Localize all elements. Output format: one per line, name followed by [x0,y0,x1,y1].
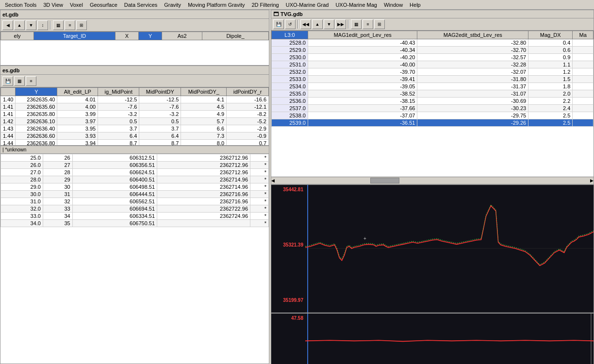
menu-help[interactable]: Help [407,1,424,9]
table-row[interactable]: 2537.0-37.66-30.232.4 [272,105,594,112]
col-idx[interactable] [1,88,16,96]
toolbar-btn-2[interactable]: ▲ [14,20,25,30]
list-item[interactable]: 29.030606498.512362714.96* [1,183,269,191]
table-row[interactable]: 2532.0-39.70-32.071.2 [272,68,594,76]
col-y2[interactable]: Y [16,88,57,96]
col-x[interactable]: X [115,32,138,40]
list-item[interactable]: 27.028606624.512362712.96* [1,169,269,176]
col-dx[interactable]: Mag_DX [528,31,573,39]
scrollbar-thumb[interactable] [370,178,399,183]
right-btn-1[interactable]: 💾 [273,19,284,29]
table-row[interactable]: 1.412362635.604.00-7.6-7.64.5-12.1 [1,103,269,111]
toolbar-btn-3[interactable]: ▼ [26,20,36,30]
right-scroll-icon[interactable]: ▶ [590,178,594,183]
left-top-table-container[interactable]: ely Target_ID X Y As2 Dipole_ [0,32,269,65]
list-item[interactable]: 33.034606334.512362724.96* [1,213,269,220]
col-target-id[interactable]: Target_ID [34,32,116,40]
table-row[interactable]: 2530.0-40.20-32.570.9 [272,54,594,61]
up-icon: ▲ [17,23,22,28]
menu-gravity[interactable]: Gravity [161,1,184,9]
cursor-position: + [363,236,366,241]
table-row[interactable]: 2533.0-39.41-31.801.5 [272,76,594,83]
table-row[interactable]: 2529.0-40.34-32.700.6 [272,47,594,54]
table-row[interactable]: 2528.0-40.43-32.800.4 [272,39,594,47]
left-bottom-section: | *unknown 25.026606312.512362712.96*26.… [0,146,269,364]
right-btn-2[interactable]: ↺ [285,19,296,29]
table-row[interactable]: 1.432362636.403.953.73.76.6-2.9 [1,125,269,132]
right-btn-4[interactable]: ▲ [312,19,323,29]
list-item[interactable]: 28.029606400.512362714.96* [1,176,269,183]
toolbar-btn-7[interactable]: ⊞ [76,20,87,30]
list-item[interactable]: 31.032606562.512362716.96* [1,198,269,205]
list-item[interactable]: 26.027606356.512362712.96* [1,162,269,169]
menu-3d-view[interactable]: 3D View [40,1,66,9]
menu-voxel[interactable]: Voxel [67,1,86,9]
toolbar-btn-m3[interactable]: ≡ [26,76,36,86]
toolbar-btn-1[interactable]: ◀ [2,20,13,30]
table-row[interactable]: 2534.0-39.05-31.371.8 [272,83,594,90]
window-icon: 🗔 [273,11,279,17]
table-row[interactable]: 2536.0-38.15-30.692.2 [272,98,594,105]
right-btn-6[interactable]: ▶▶ [335,19,346,29]
col-mpdy2[interactable]: MidPointDY_ [181,88,227,96]
right-btn-9[interactable]: ⊞ [374,19,385,29]
col-mag2[interactable]: MAG2edit_stbd_Lev_res [417,31,528,39]
col-alt[interactable]: Alt_edit_LP [57,88,98,96]
menu-data-services[interactable]: Data Services [121,1,160,9]
table-row[interactable]: 2538.0-37.07-29.752.5 [272,112,594,119]
col-midpoint[interactable]: ig_MidPoint [98,88,139,96]
table-row[interactable]: 1.422362636.103.970.50.55.7-5.2 [1,118,269,125]
col-l3[interactable]: L3:0 [272,31,308,39]
left-mid-table-container[interactable]: Y Alt_edit_LP ig_MidPoint MidPointDY Mid… [0,87,269,145]
list-item[interactable]: 30.031606444.512362716.96* [1,191,269,198]
col-y[interactable]: Y [139,32,162,40]
left-top-title: et.gdb [0,10,269,19]
col-ely[interactable]: ely [1,32,34,40]
right-table-container[interactable]: L3:0 MAG1edit_port_Lev_res MAG2edit_stbd… [271,31,594,176]
chart2-svg [305,314,594,364]
col-as2[interactable]: As2 [162,32,202,40]
table-row[interactable]: 2539.0-36.51-29.262.5 [272,119,594,127]
svg-rect-0 [305,185,594,313]
col-mpdy[interactable]: MidPointDY [139,88,181,96]
menu-window[interactable]: Window [381,1,406,9]
back-icon: ◀◀ [302,22,309,27]
col-dipole[interactable]: Dipole_ [202,32,269,40]
menu-geosurface[interactable]: Geosurface [87,1,120,9]
right-btn-8[interactable]: ≡ [363,19,373,29]
left-scroll-icon[interactable]: ◀ [271,178,275,183]
toolbar-btn-m2[interactable]: ▦ [14,76,25,86]
table-row[interactable]: 1.402362635.404.01-12.5-12.54.1-16.6 [1,96,269,103]
list-r-icon: ≡ [366,22,369,27]
refresh-icon: ↺ [288,22,292,27]
list-item[interactable]: 32.033606694.512362722.96* [1,205,269,213]
menu-section-tools[interactable]: Section Tools [2,1,39,9]
left-bottom-table-container[interactable]: 25.026606312.512362712.96*26.027606356.5… [0,154,269,350]
menu-uxo-marine-mag[interactable]: UXO-Marine Mag [332,1,380,9]
right-btn-3[interactable]: ◀◀ [300,19,311,29]
left-top-toolbar: ◀ ▲ ▼ ↕ ▦ ≡ ⊞ [0,19,269,32]
menu-2d-filtering[interactable]: 2D Filtering [249,1,282,9]
table-row[interactable]: 1.412362635.803.99-3.2-3.24.9-8.2 [1,111,269,118]
table-row[interactable]: 1.442362636.803.948.78.78.00.7 [1,140,269,146]
col-mag1[interactable]: MAG1edit_port_Lev_res [308,31,417,39]
table-row[interactable]: 2531.0-40.00-32.281.1 [272,61,594,68]
col-ma[interactable]: Ma [573,31,594,39]
toolbar-btn-5[interactable]: ▦ [53,20,64,30]
right-btn-7[interactable]: ▦ [351,19,362,29]
right-btn-5[interactable]: ▼ [324,19,334,29]
toolbar-btn-m1[interactable]: 💾 [2,76,13,86]
right-hscrollbar[interactable]: ◀ ▶ [271,177,594,184]
col-ipdy[interactable]: idPointDY_r [227,88,269,96]
menu-uxo-marine-grad[interactable]: UXO-Marine Grad [283,1,332,9]
table-row[interactable]: 1.442362636.603.936.46.47.3-0.9 [1,132,269,140]
prev-icon: ▲ [315,22,320,27]
chart1-top-label: 35442.81 [283,187,303,192]
toolbar-btn-4[interactable]: ↕ [37,20,48,30]
right-chart1-section: 35442.81 35321.39 35199.97 [271,185,594,314]
table-row[interactable]: 2535.0-38.52-31.072.0 [272,90,594,98]
list-item[interactable]: 25.026606312.512362712.96* [1,154,269,162]
list-item[interactable]: 34.035606750.51* [1,220,269,227]
toolbar-btn-6[interactable]: ≡ [65,20,75,30]
menu-moving-platform-gravity[interactable]: Moving Platform Gravity [185,1,248,9]
